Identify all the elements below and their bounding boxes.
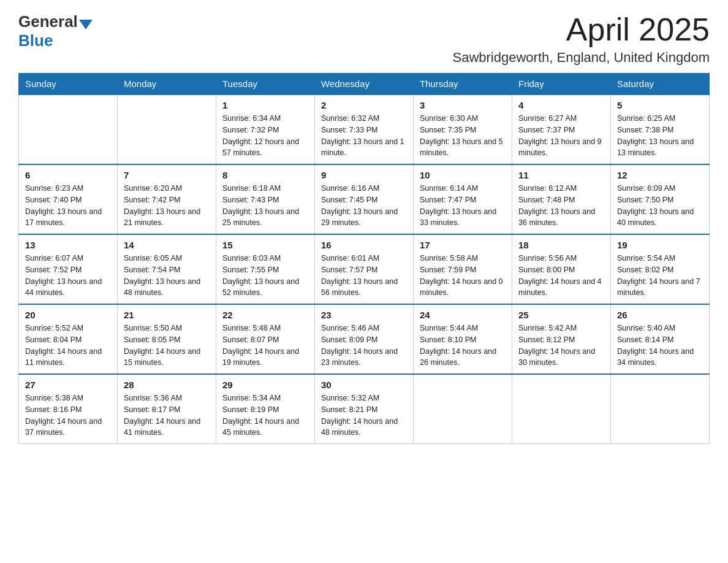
logo-triangle-icon: [79, 20, 93, 29]
day-info: Sunrise: 5:48 AMSunset: 8:07 PMDaylight:…: [222, 323, 308, 369]
day-number: 8: [222, 170, 308, 180]
week-row-4: 20Sunrise: 5:52 AMSunset: 8:04 PMDayligh…: [19, 304, 710, 374]
logo: General Blue: [18, 12, 93, 50]
day-info: Sunrise: 6:03 AMSunset: 7:55 PMDaylight:…: [222, 253, 308, 299]
day-number: 7: [124, 170, 210, 180]
calendar-cell: [19, 94, 118, 164]
day-number: 4: [518, 100, 604, 110]
day-number: 14: [124, 240, 210, 250]
logo-general: General: [18, 12, 78, 31]
week-row-5: 27Sunrise: 5:38 AMSunset: 8:16 PMDayligh…: [19, 374, 710, 444]
day-info: Sunrise: 6:05 AMSunset: 7:54 PMDaylight:…: [124, 253, 210, 299]
day-number: 10: [420, 170, 506, 180]
calendar-header-thursday: Thursday: [414, 74, 512, 95]
day-info: Sunrise: 6:14 AMSunset: 7:47 PMDaylight:…: [420, 183, 506, 229]
calendar-cell: 26Sunrise: 5:40 AMSunset: 8:14 PMDayligh…: [611, 304, 710, 374]
day-info: Sunrise: 5:54 AMSunset: 8:02 PMDaylight:…: [617, 253, 703, 299]
calendar-cell: 7Sunrise: 6:20 AMSunset: 7:42 PMDaylight…: [118, 164, 216, 234]
calendar-cell: 11Sunrise: 6:12 AMSunset: 7:48 PMDayligh…: [512, 164, 611, 234]
calendar-cell: 28Sunrise: 5:36 AMSunset: 8:17 PMDayligh…: [118, 374, 216, 444]
day-info: Sunrise: 5:40 AMSunset: 8:14 PMDaylight:…: [617, 323, 703, 369]
day-info: Sunrise: 6:25 AMSunset: 7:38 PMDaylight:…: [617, 113, 703, 159]
day-info: Sunrise: 5:52 AMSunset: 8:04 PMDaylight:…: [25, 323, 111, 369]
calendar-table: SundayMondayTuesdayWednesdayThursdayFrid…: [18, 73, 710, 444]
calendar-cell: 30Sunrise: 5:32 AMSunset: 8:21 PMDayligh…: [315, 374, 414, 444]
day-info: Sunrise: 6:09 AMSunset: 7:50 PMDaylight:…: [617, 183, 703, 229]
day-info: Sunrise: 6:30 AMSunset: 7:35 PMDaylight:…: [420, 113, 506, 159]
day-info: Sunrise: 5:46 AMSunset: 8:09 PMDaylight:…: [321, 323, 407, 369]
day-number: 1: [222, 100, 308, 110]
day-number: 26: [617, 310, 703, 320]
day-info: Sunrise: 5:56 AMSunset: 8:00 PMDaylight:…: [518, 253, 604, 299]
calendar-header-friday: Friday: [512, 74, 611, 95]
day-info: Sunrise: 6:12 AMSunset: 7:48 PMDaylight:…: [518, 183, 604, 229]
day-info: Sunrise: 5:38 AMSunset: 8:16 PMDaylight:…: [25, 393, 111, 439]
day-info: Sunrise: 5:32 AMSunset: 8:21 PMDaylight:…: [321, 393, 407, 439]
day-info: Sunrise: 6:34 AMSunset: 7:32 PMDaylight:…: [222, 113, 308, 159]
day-number: 29: [222, 380, 308, 390]
day-info: Sunrise: 6:07 AMSunset: 7:52 PMDaylight:…: [25, 253, 111, 299]
calendar-header-saturday: Saturday: [611, 74, 710, 95]
day-number: 19: [617, 240, 703, 250]
day-number: 13: [25, 240, 111, 250]
day-number: 16: [321, 240, 407, 250]
day-number: 6: [25, 170, 111, 180]
calendar-cell: 16Sunrise: 6:01 AMSunset: 7:57 PMDayligh…: [315, 234, 414, 304]
day-info: Sunrise: 5:44 AMSunset: 8:10 PMDaylight:…: [420, 323, 506, 369]
day-number: 20: [25, 310, 111, 320]
day-info: Sunrise: 6:23 AMSunset: 7:40 PMDaylight:…: [25, 183, 111, 229]
day-number: 22: [222, 310, 308, 320]
calendar-cell: 23Sunrise: 5:46 AMSunset: 8:09 PMDayligh…: [315, 304, 414, 374]
day-number: 12: [617, 170, 703, 180]
location-title: Sawbridgeworth, England, United Kingdom: [453, 50, 710, 66]
title-area: April 2025 Sawbridgeworth, England, Unit…: [453, 12, 710, 66]
week-row-2: 6Sunrise: 6:23 AMSunset: 7:40 PMDaylight…: [19, 164, 710, 234]
calendar-cell: 15Sunrise: 6:03 AMSunset: 7:55 PMDayligh…: [216, 234, 315, 304]
calendar-cell: 1Sunrise: 6:34 AMSunset: 7:32 PMDaylight…: [216, 94, 315, 164]
calendar-header-sunday: Sunday: [19, 74, 118, 95]
page-header: General Blue April 2025 Sawbridgeworth, …: [18, 12, 710, 66]
logo-blue: Blue: [18, 31, 53, 50]
calendar-cell: 10Sunrise: 6:14 AMSunset: 7:47 PMDayligh…: [414, 164, 512, 234]
day-info: Sunrise: 5:36 AMSunset: 8:17 PMDaylight:…: [124, 393, 210, 439]
calendar-cell: 29Sunrise: 5:34 AMSunset: 8:19 PMDayligh…: [216, 374, 315, 444]
calendar-header-wednesday: Wednesday: [315, 74, 414, 95]
day-info: Sunrise: 6:16 AMSunset: 7:45 PMDaylight:…: [321, 183, 407, 229]
calendar-cell: 2Sunrise: 6:32 AMSunset: 7:33 PMDaylight…: [315, 94, 414, 164]
day-number: 17: [420, 240, 506, 250]
calendar-header-monday: Monday: [118, 74, 216, 95]
week-row-3: 13Sunrise: 6:07 AMSunset: 7:52 PMDayligh…: [19, 234, 710, 304]
calendar-cell: [414, 374, 512, 444]
calendar-header-row: SundayMondayTuesdayWednesdayThursdayFrid…: [19, 74, 710, 95]
day-info: Sunrise: 6:18 AMSunset: 7:43 PMDaylight:…: [222, 183, 308, 229]
day-number: 21: [124, 310, 210, 320]
calendar-cell: 18Sunrise: 5:56 AMSunset: 8:00 PMDayligh…: [512, 234, 611, 304]
day-info: Sunrise: 5:58 AMSunset: 7:59 PMDaylight:…: [420, 253, 506, 299]
day-number: 2: [321, 100, 407, 110]
calendar-cell: 24Sunrise: 5:44 AMSunset: 8:10 PMDayligh…: [414, 304, 512, 374]
day-number: 24: [420, 310, 506, 320]
calendar-cell: 9Sunrise: 6:16 AMSunset: 7:45 PMDaylight…: [315, 164, 414, 234]
calendar-cell: 20Sunrise: 5:52 AMSunset: 8:04 PMDayligh…: [19, 304, 118, 374]
day-info: Sunrise: 5:34 AMSunset: 8:19 PMDaylight:…: [222, 393, 308, 439]
day-number: 28: [124, 380, 210, 390]
calendar-cell: [611, 374, 710, 444]
day-info: Sunrise: 6:01 AMSunset: 7:57 PMDaylight:…: [321, 253, 407, 299]
calendar-header-tuesday: Tuesday: [216, 74, 315, 95]
day-number: 18: [518, 240, 604, 250]
day-info: Sunrise: 6:27 AMSunset: 7:37 PMDaylight:…: [518, 113, 604, 159]
calendar-cell: 21Sunrise: 5:50 AMSunset: 8:05 PMDayligh…: [118, 304, 216, 374]
day-info: Sunrise: 6:32 AMSunset: 7:33 PMDaylight:…: [321, 113, 407, 159]
day-number: 5: [617, 100, 703, 110]
month-title: April 2025: [453, 12, 710, 47]
calendar-cell: 8Sunrise: 6:18 AMSunset: 7:43 PMDaylight…: [216, 164, 315, 234]
day-info: Sunrise: 5:50 AMSunset: 8:05 PMDaylight:…: [124, 323, 210, 369]
calendar-cell: [118, 94, 216, 164]
day-info: Sunrise: 5:42 AMSunset: 8:12 PMDaylight:…: [518, 323, 604, 369]
day-number: 11: [518, 170, 604, 180]
calendar-cell: 6Sunrise: 6:23 AMSunset: 7:40 PMDaylight…: [19, 164, 118, 234]
day-number: 15: [222, 240, 308, 250]
calendar-cell: 14Sunrise: 6:05 AMSunset: 7:54 PMDayligh…: [118, 234, 216, 304]
calendar-cell: 5Sunrise: 6:25 AMSunset: 7:38 PMDaylight…: [611, 94, 710, 164]
calendar-cell: 12Sunrise: 6:09 AMSunset: 7:50 PMDayligh…: [611, 164, 710, 234]
